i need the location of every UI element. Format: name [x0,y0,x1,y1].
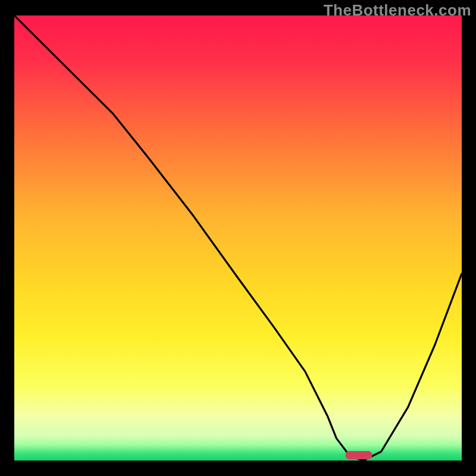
chart-frame: TheBottleneck.com [0,0,476,476]
svg-rect-1 [346,451,372,459]
bottleneck-chart [14,15,462,461]
chart-svg [14,15,462,461]
